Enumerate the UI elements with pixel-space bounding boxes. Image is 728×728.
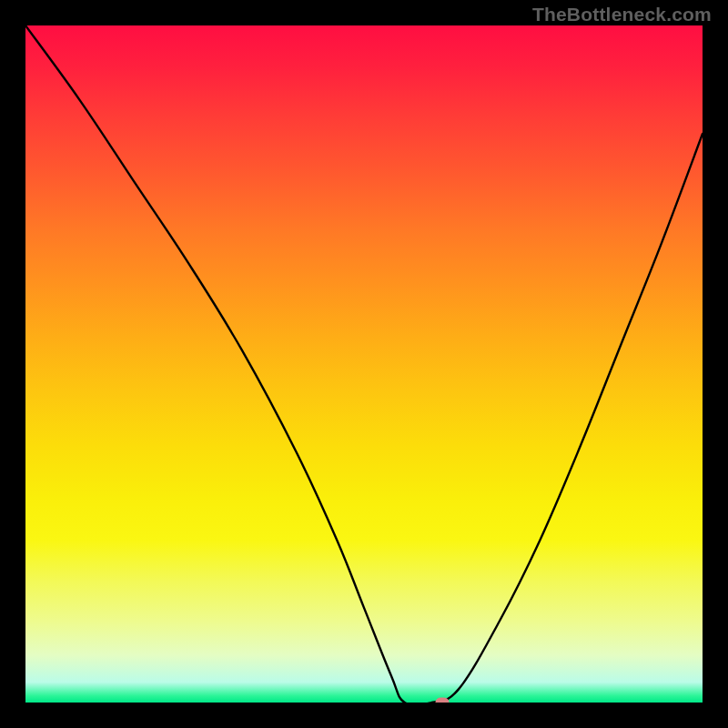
bottleneck-curve <box>25 25 703 703</box>
min-point-marker <box>435 698 449 703</box>
watermark-text: TheBottleneck.com <box>532 4 712 25</box>
plot-area <box>25 25 703 703</box>
chart-frame: TheBottleneck.com <box>0 0 728 728</box>
